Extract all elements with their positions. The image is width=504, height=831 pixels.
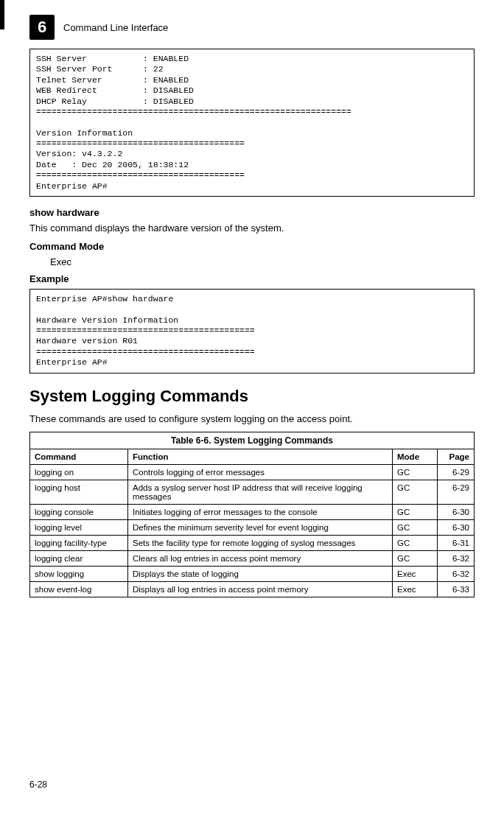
cell-function: Controls logging of error messages bbox=[128, 464, 393, 480]
cell-function: Clears all log entries in access point m… bbox=[128, 550, 393, 566]
cell-page: 6-32 bbox=[438, 550, 475, 566]
th-command: Command bbox=[30, 449, 128, 464]
cell-function: Displays the state of logging bbox=[128, 566, 393, 581]
table-row: logging facility-type Sets the facility … bbox=[30, 535, 475, 550]
code-output-1: SSH Server : ENABLED SSH Server Port : 2… bbox=[29, 49, 475, 197]
section-desc: This command displays the hardware versi… bbox=[29, 222, 475, 234]
code-output-2: Enterprise AP#show hardware Hardware Ver… bbox=[29, 289, 475, 374]
cell-mode: GC bbox=[393, 464, 438, 480]
cell-page: 6-30 bbox=[438, 519, 475, 535]
cell-page: 6-31 bbox=[438, 535, 475, 550]
table-row: logging host Adds a syslog server host I… bbox=[30, 480, 475, 504]
page-header: 6 Command Line Interface bbox=[29, 15, 475, 40]
chapter-number-box: 6 bbox=[29, 15, 55, 40]
cell-command: logging facility-type bbox=[30, 535, 128, 550]
cell-page: 6-29 bbox=[438, 464, 475, 480]
logging-commands-table: Table 6-6. System Logging Commands Comma… bbox=[29, 432, 475, 597]
cell-function: Defines the minimum severity level for e… bbox=[128, 519, 393, 535]
cell-function: Adds a syslog server host IP address tha… bbox=[128, 480, 393, 504]
cell-page: 6-30 bbox=[438, 504, 475, 519]
cell-mode: GC bbox=[393, 504, 438, 519]
cell-mode: GC bbox=[393, 535, 438, 550]
th-function: Function bbox=[128, 449, 393, 464]
table-body: logging on Controls logging of error mes… bbox=[30, 464, 475, 597]
cell-command: show logging bbox=[30, 566, 128, 581]
cell-page: 6-29 bbox=[438, 480, 475, 504]
section-title-logging: System Logging Commands bbox=[29, 387, 475, 406]
section-desc-logging: These commands are used to configure sys… bbox=[29, 413, 475, 424]
table-caption: Table 6-6. System Logging Commands bbox=[29, 432, 475, 449]
th-mode: Mode bbox=[393, 449, 438, 464]
cell-command: logging host bbox=[30, 480, 128, 504]
table-header-row: Command Function Mode Page bbox=[30, 449, 475, 464]
cell-mode: Exec bbox=[393, 581, 438, 597]
cell-command: logging console bbox=[30, 504, 128, 519]
cell-function: Initiates logging of error messages to t… bbox=[128, 504, 393, 519]
cell-command: show event-log bbox=[30, 581, 128, 597]
header-title: Command Line Interface bbox=[63, 22, 168, 33]
table-row: logging clear Clears all log entries in … bbox=[30, 550, 475, 566]
example-label: Example bbox=[29, 273, 475, 284]
cell-mode: GC bbox=[393, 519, 438, 535]
command-mode-value: Exec bbox=[50, 256, 475, 267]
table-row: logging console Initiates logging of err… bbox=[30, 504, 475, 519]
cell-function: Sets the facility type for remote loggin… bbox=[128, 535, 393, 550]
table-row: logging level Defines the minimum severi… bbox=[30, 519, 475, 535]
th-page: Page bbox=[438, 449, 475, 464]
page: 6 Command Line Interface SSH Server : EN… bbox=[0, 0, 504, 802]
cell-mode: GC bbox=[393, 480, 438, 504]
cell-mode: GC bbox=[393, 550, 438, 566]
command-mode-label: Command Mode bbox=[29, 241, 475, 252]
cell-function: Displays all log entries in access point… bbox=[128, 581, 393, 597]
cell-command: logging on bbox=[30, 464, 128, 480]
cell-page: 6-33 bbox=[438, 581, 475, 597]
page-number: 6-28 bbox=[29, 779, 47, 790]
cell-page: 6-32 bbox=[438, 566, 475, 581]
cell-command: logging level bbox=[30, 519, 128, 535]
cell-mode: Exec bbox=[393, 566, 438, 581]
table-row: show logging Displays the state of loggi… bbox=[30, 566, 475, 581]
chapter-number: 6 bbox=[38, 18, 46, 37]
table-row: logging on Controls logging of error mes… bbox=[30, 464, 475, 480]
left-stripe bbox=[0, 0, 4, 29]
section-title-show-hardware: show hardware bbox=[29, 207, 475, 218]
cell-command: logging clear bbox=[30, 550, 128, 566]
table-row: show event-log Displays all log entries … bbox=[30, 581, 475, 597]
